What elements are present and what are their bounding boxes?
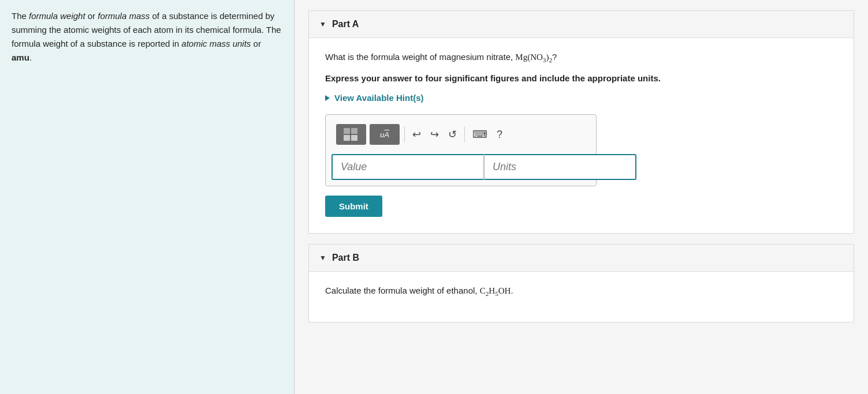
grid-icon xyxy=(343,127,359,141)
part-a-header[interactable]: ▼ Part A xyxy=(309,11,854,38)
help-icon: ? xyxy=(497,129,502,141)
refresh-icon: ↺ xyxy=(448,128,457,141)
answer-box: uA ↩ ↪ ↺ ⌨ xyxy=(325,114,597,186)
unit-button[interactable]: uA xyxy=(370,124,400,145)
redo-icon: ↪ xyxy=(430,128,439,141)
svg-rect-1 xyxy=(351,128,357,134)
part-b-section: ▼ Part B Calculate the formula weight of… xyxy=(308,244,854,322)
atomic-mass-units-term: atomic mass units xyxy=(181,39,251,48)
svg-rect-0 xyxy=(344,128,350,134)
toolbar-separator-2 xyxy=(464,126,465,142)
refresh-button[interactable]: ↺ xyxy=(445,124,460,145)
hint-triangle-icon xyxy=(325,95,330,101)
redo-button[interactable]: ↪ xyxy=(427,124,442,145)
part-b-chevron-icon: ▼ xyxy=(319,254,326,262)
c-sub: 2 xyxy=(486,290,489,297)
h-sub: 5 xyxy=(495,290,498,297)
submit-label: Submit xyxy=(339,201,368,211)
input-row xyxy=(331,154,590,180)
part-b-header[interactable]: ▼ Part B xyxy=(309,245,854,272)
unit-icon: uA xyxy=(380,131,389,138)
amu-term: amu xyxy=(12,52,29,62)
part-b-question: Calculate the formula weight of ethanol,… xyxy=(325,284,837,299)
toolbar-separator-1 xyxy=(404,126,405,142)
chemical-formula: Mg(NO3)2 xyxy=(515,52,552,62)
help-button[interactable]: ? xyxy=(494,124,505,145)
submit-button[interactable]: Submit xyxy=(325,196,382,217)
part-a-instruction: Express your answer to four significant … xyxy=(325,72,837,85)
svg-rect-3 xyxy=(351,135,357,141)
keyboard-icon: ⌨ xyxy=(472,128,487,141)
formula-mass-term: formula mass xyxy=(98,11,150,21)
keyboard-button[interactable]: ⌨ xyxy=(470,124,490,145)
ethanol-formula: C2H5OH xyxy=(480,286,511,295)
undo-icon: ↩ xyxy=(412,128,421,141)
right-panel: ▼ Part A What is the formula weight of m… xyxy=(295,0,868,394)
undo-button[interactable]: ↩ xyxy=(409,124,424,145)
value-input[interactable] xyxy=(331,154,484,180)
part-a-label: Part A xyxy=(332,19,359,29)
definition-text: The formula weight or formula mass of a … xyxy=(12,9,282,65)
grid-button[interactable] xyxy=(336,124,366,145)
part-a-chevron-icon: ▼ xyxy=(319,20,326,28)
sub-2: 2 xyxy=(549,57,552,63)
hint-link[interactable]: View Available Hint(s) xyxy=(325,93,837,103)
hint-label: View Available Hint(s) xyxy=(334,93,424,103)
units-input[interactable] xyxy=(484,154,636,180)
sub-3: 3 xyxy=(543,57,546,63)
formula-weight-term: formula weight xyxy=(29,11,85,21)
toolbar: uA ↩ ↪ ↺ ⌨ xyxy=(331,121,590,148)
part-a-question: What is the formula weight of magnesium … xyxy=(325,51,837,65)
part-b-body: Calculate the formula weight of ethanol,… xyxy=(309,272,854,322)
left-panel: The formula weight or formula mass of a … xyxy=(0,0,295,394)
svg-rect-2 xyxy=(344,135,350,141)
part-a-body: What is the formula weight of magnesium … xyxy=(309,38,854,233)
part-a-section: ▼ Part A What is the formula weight of m… xyxy=(308,10,854,234)
part-b-label: Part B xyxy=(332,253,359,263)
